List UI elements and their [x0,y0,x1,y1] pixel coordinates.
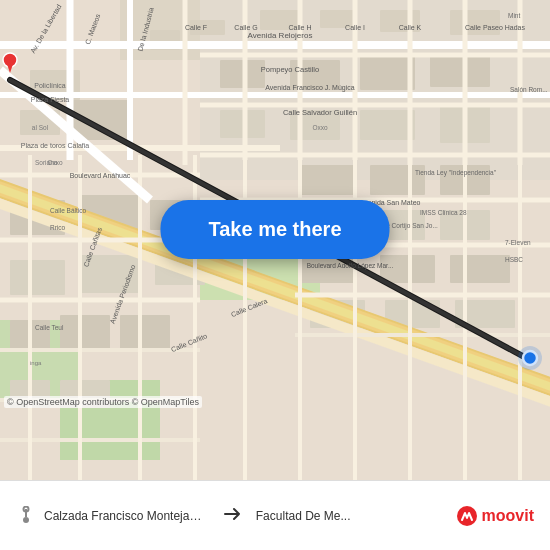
svg-rect-22 [360,110,415,140]
svg-text:inga: inga [30,360,42,366]
destination-section: Facultad De Me... [256,509,448,523]
svg-text:Boulevard Adolfo López Mar...: Boulevard Adolfo López Mar... [307,262,394,270]
svg-rect-31 [380,255,435,283]
moovit-brand-text: moovit [482,507,534,525]
svg-text:Boulevard Anáhuac: Boulevard Anáhuac [70,172,131,179]
svg-rect-24 [300,165,355,195]
origin-section: Calzada Francisco Montejano / ... [16,506,208,526]
svg-rect-1 [0,0,120,80]
svg-text:Tienda Ley "Independencia": Tienda Ley "Independencia" [415,169,497,177]
origin-label: Calzada Francisco Montejano / ... [44,509,208,523]
svg-text:Pompeyo Castillo: Pompeyo Castillo [261,65,319,74]
svg-text:al Sol: al Sol [32,124,49,131]
svg-text:Avenida Relojeros: Avenida Relojeros [248,31,313,40]
svg-rect-44 [120,315,170,350]
svg-text:Calle F: Calle F [185,24,207,31]
svg-text:Calle H: Calle H [289,24,312,31]
svg-rect-18 [360,55,415,90]
svg-rect-32 [450,255,510,283]
svg-text:Calle Paseo Hadas: Calle Paseo Hadas [465,24,525,31]
svg-rect-19 [430,55,490,87]
destination-label: Facultad De Me... [256,509,351,523]
svg-text:Mint: Mint [508,12,520,19]
svg-text:Calle Báltico: Calle Báltico [50,207,87,214]
svg-rect-39 [10,260,65,295]
svg-text:Plaza de toros Calafia: Plaza de toros Calafia [21,142,90,149]
svg-text:Plaza Fiesta: Plaza Fiesta [31,96,70,103]
svg-text:Calle Salvador Guillén: Calle Salvador Guillén [283,108,357,117]
bottom-bar: Calzada Francisco Montejano / ... Facult… [0,480,550,550]
svg-text:Oxxo: Oxxo [312,124,328,131]
svg-text:Policlínica: Policlínica [34,82,66,89]
svg-rect-15 [450,10,500,35]
svg-text:Calle Teul: Calle Teul [35,324,64,331]
svg-text:Calle I: Calle I [345,24,365,31]
arrow-icon [220,502,244,530]
origin-dot-icon [16,506,36,526]
moovit-logo: moovit [456,505,534,527]
svg-text:Soriana: Soriana [35,159,58,166]
svg-rect-43 [60,315,110,350]
svg-text:Rrico: Rrico [50,224,66,231]
svg-text:Calle K: Calle K [399,24,422,31]
svg-point-131 [23,517,29,523]
svg-point-128 [518,346,542,370]
svg-text:Salón Rom...: Salón Rom... [510,86,548,93]
svg-text:Avenida Francisco J. Múgica: Avenida Francisco J. Múgica [265,84,354,92]
svg-text:IMSS Clínica 28: IMSS Clínica 28 [420,209,467,216]
map-container: Avenida Relojeros Av. De la Libertad C. … [0,0,550,480]
take-me-there-button[interactable]: Take me there [160,200,389,259]
map-attribution: © OpenStreetMap contributors © OpenMapTi… [4,396,202,408]
svg-text:7-Eleven: 7-Eleven [505,239,531,246]
svg-text:Calle G: Calle G [234,24,257,31]
svg-text:HSBC: HSBC [505,256,523,263]
